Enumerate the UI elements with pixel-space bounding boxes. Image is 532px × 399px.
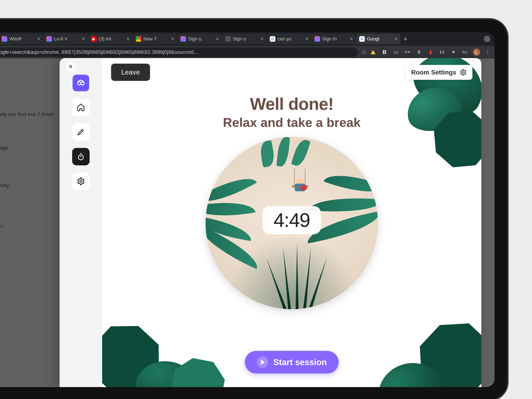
extension-sidebar: ✕ [60, 58, 102, 387]
figma-icon [180, 36, 186, 42]
decorative-plants-icon [362, 293, 481, 387]
browser-toolbar: e+search&oq=Google+search&aqs=chrome..69… [0, 46, 494, 58]
headline: Well done! Relax and take a break [102, 94, 481, 130]
gear-icon [77, 177, 85, 186]
monitor-inner: Lo-fi V× Wirefr× Lo-fi V× ▶(3) Int× New … [0, 32, 494, 387]
extensions-puzzle-icon[interactable]: ✦ [450, 49, 457, 56]
browser-tab[interactable]: Lo-fi V× [43, 34, 88, 44]
glasses-icon[interactable]: 👓 [404, 49, 411, 56]
tab-title: Googl [367, 36, 393, 42]
monitor-frame: Lo-fi V× Wirefr× Lo-fi V× ▶(3) Int× New … [0, 18, 509, 399]
close-icon[interactable]: × [82, 36, 85, 42]
kebab-menu-icon[interactable]: ⋮ [484, 49, 492, 56]
svg-point-3 [80, 180, 82, 182]
room-settings-button[interactable]: Room Settings [405, 65, 472, 80]
browser-tab[interactable]: can yo× [267, 34, 311, 44]
tab-title: Sign In [322, 36, 348, 42]
nav-edit[interactable] [72, 123, 90, 141]
app-logo[interactable] [73, 75, 89, 91]
window-avatar-icon[interactable] [484, 36, 490, 42]
figma-icon [2, 36, 7, 42]
gear-icon [460, 69, 467, 76]
browser-tab[interactable]: New T× [133, 34, 177, 44]
play-icon [257, 356, 268, 368]
close-icon[interactable]: × [216, 36, 219, 42]
close-icon[interactable]: × [350, 36, 353, 42]
timer-illustration: 4:49 [206, 137, 378, 309]
tab-title: Wirefr [9, 36, 35, 42]
stopwatch-icon [77, 152, 85, 161]
browser-tab-active[interactable]: Googl× [356, 34, 400, 44]
tab-title: can yo [278, 36, 303, 42]
profile-avatar[interactable]: L [473, 49, 480, 56]
browser-window: Lo-fi V× Wirefr× Lo-fi V× ▶(3) Int× New … [0, 32, 494, 387]
timer-value: 4:49 [262, 206, 321, 234]
pencil-icon [77, 128, 85, 136]
extension-icon[interactable]: Ⲙ [438, 49, 446, 56]
svg-point-2 [78, 155, 83, 160]
close-icon[interactable]: × [171, 36, 174, 42]
site-icon [225, 36, 231, 42]
url-text: e+search&oq=Google+search&aqs=chrome..69… [0, 49, 198, 55]
leave-button[interactable]: Leave [111, 64, 150, 81]
tab-title: Sign u [188, 36, 214, 42]
hash-icon[interactable]: # [415, 49, 423, 56]
drive-icon[interactable] [369, 49, 377, 56]
figma-icon [315, 36, 320, 42]
start-session-label: Start session [273, 357, 327, 367]
decorative-plants-icon [102, 293, 221, 387]
figma-icon [46, 36, 52, 42]
new-tab-button[interactable]: + [401, 34, 410, 43]
nav-settings[interactable] [72, 173, 90, 190]
url-bar[interactable]: e+search&oq=Google+search&aqs=chrome..69… [0, 47, 358, 57]
browser-tab[interactable]: Sign u× [222, 34, 266, 44]
tab-title: Lo-fi V [54, 36, 80, 42]
nav-timer[interactable] [72, 148, 90, 165]
youtube-icon: ▶ [91, 36, 97, 42]
google-icon [359, 36, 365, 42]
top-bar: Leave Room Settings [111, 64, 472, 81]
tab-title: New T [143, 36, 169, 42]
goggles-icon [76, 78, 86, 88]
todoist-icon[interactable]: ▮ [427, 49, 434, 56]
chrome-icon [136, 36, 141, 42]
room-settings-label: Room Settings [411, 69, 456, 76]
home-icon [77, 103, 85, 112]
close-panel-button[interactable]: ✕ [66, 62, 75, 71]
svg-point-4 [462, 71, 464, 73]
bold-extension-icon[interactable]: B [381, 49, 388, 56]
close-icon[interactable]: × [261, 36, 263, 42]
tab-title: Sign u [233, 36, 259, 42]
bookmark-star-icon[interactable]: ☆ [361, 49, 367, 56]
close-icon[interactable]: × [37, 36, 40, 42]
browser-tab[interactable]: Wirefr× [0, 34, 43, 44]
browser-tab[interactable]: Sign In× [311, 34, 356, 44]
nav-home[interactable] [72, 99, 90, 116]
google-icon [270, 36, 275, 42]
start-session-button[interactable]: Start session [245, 351, 339, 374]
headline-title: Well done! [102, 94, 481, 114]
screenshot-icon[interactable]: ▭ [393, 49, 400, 56]
extension-panel: ✕ [60, 58, 481, 387]
playlist-icon[interactable]: ≡♪ [461, 49, 469, 56]
browser-tab[interactable]: ▶(3) Int× [88, 34, 132, 44]
browser-tab[interactable]: Sign u× [177, 34, 222, 44]
close-icon[interactable]: × [127, 36, 129, 42]
extension-main: Leave Room Settings Well done! Relax and… [102, 58, 481, 387]
close-icon[interactable]: × [305, 36, 308, 42]
headline-subtitle: Relax and take a break [102, 115, 481, 130]
extension-icons: B ▭ 👓 # ▮ Ⲙ ✦ ≡♪ L ⋮ [369, 49, 492, 56]
tab-title: (3) Int [99, 36, 125, 42]
close-icon[interactable]: × [395, 36, 398, 42]
tab-strip: Lo-fi V× Wirefr× Lo-fi V× ▶(3) Int× New … [0, 32, 494, 46]
